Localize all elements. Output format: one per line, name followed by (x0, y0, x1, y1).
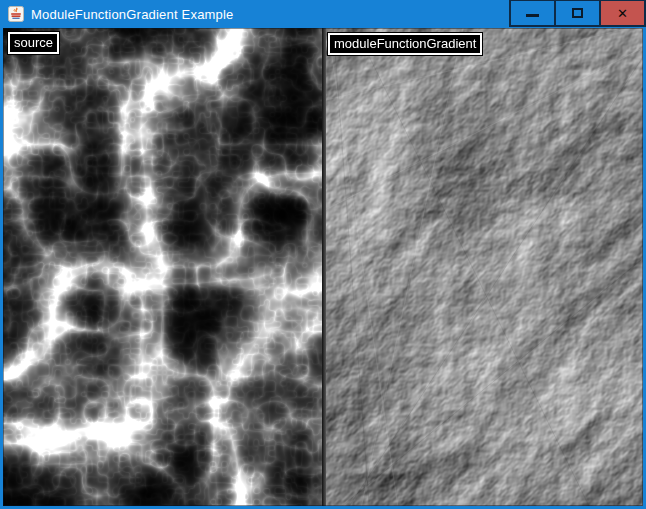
titlebar[interactable]: ModuleFunctionGradient Example ✕ (0, 0, 646, 28)
source-image-panel: source (3, 28, 322, 506)
app-window: ModuleFunctionGradient Example ✕ source … (0, 0, 646, 509)
maximize-icon (572, 8, 583, 18)
minimize-button[interactable] (509, 0, 556, 27)
close-icon: ✕ (617, 7, 628, 20)
maximize-button[interactable] (554, 0, 601, 27)
minimize-icon (526, 14, 539, 17)
module-function-gradient-image (326, 28, 643, 506)
gradient-image-label: moduleFunctionGradient (328, 33, 482, 55)
gradient-image-panel: moduleFunctionGradient (326, 28, 643, 506)
java-coffee-cup-icon[interactable] (8, 6, 24, 22)
close-button[interactable]: ✕ (599, 0, 646, 27)
window-controls: ✕ (511, 0, 646, 27)
source-image (3, 28, 322, 506)
window-title: ModuleFunctionGradient Example (31, 7, 511, 22)
image-content-area: source moduleFunctionGradient (3, 28, 643, 506)
source-image-label: source (8, 32, 59, 54)
